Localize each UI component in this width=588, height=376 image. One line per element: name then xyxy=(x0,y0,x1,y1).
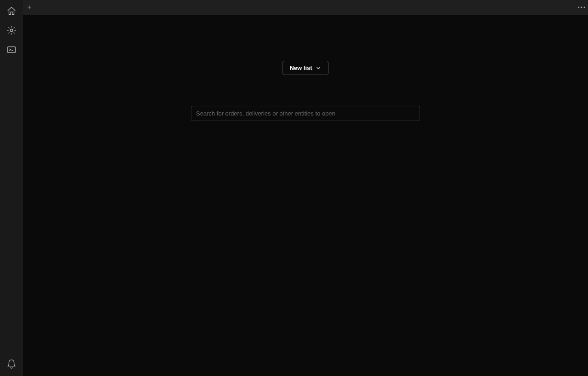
svg-rect-1 xyxy=(8,47,16,53)
home-icon[interactable] xyxy=(6,6,17,17)
svg-point-4 xyxy=(584,7,585,8)
gear-icon[interactable] xyxy=(6,25,17,36)
svg-point-0 xyxy=(10,29,13,32)
svg-point-3 xyxy=(581,7,582,8)
search-input[interactable] xyxy=(191,106,420,121)
new-tab-button[interactable]: + xyxy=(23,0,36,15)
main-area: + New list xyxy=(23,0,588,376)
tab-bar: + xyxy=(23,0,588,15)
ellipsis-icon xyxy=(578,6,585,8)
bell-icon[interactable] xyxy=(6,359,17,370)
more-menu-button[interactable] xyxy=(575,0,588,15)
svg-point-2 xyxy=(578,7,580,8)
terminal-icon[interactable] xyxy=(6,44,17,55)
content-area: New list xyxy=(23,15,588,376)
chevron-down-icon xyxy=(315,65,322,71)
new-list-button[interactable]: New list xyxy=(282,61,328,75)
app-sidebar xyxy=(0,0,23,376)
new-list-label: New list xyxy=(289,64,312,71)
